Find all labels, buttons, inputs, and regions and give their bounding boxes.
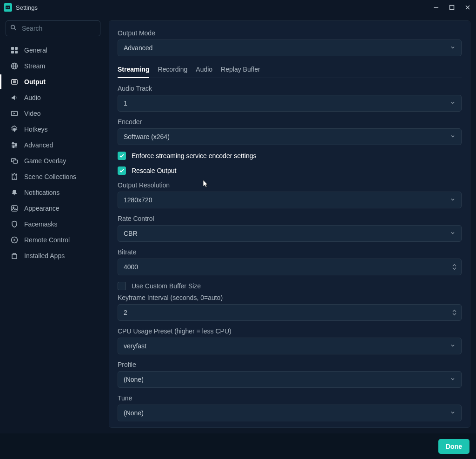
sidebar-item-label: Installed Apps [24, 252, 65, 259]
sidebar-item-label: Hotkeys [24, 126, 48, 133]
bitrate-value: 4000 [124, 263, 138, 271]
window-title: Settings [16, 4, 38, 11]
collections-icon [10, 173, 19, 181]
keyframe-value: 2 [124, 309, 127, 316]
chevron-down-icon [450, 133, 456, 140]
tab-audio[interactable]: Audio [196, 63, 212, 78]
close-button[interactable] [463, 3, 472, 12]
svg-point-34 [13, 207, 14, 208]
custom-buffer-label: Use Custom Buffer Size [132, 282, 201, 290]
svg-rect-4 [450, 6, 454, 10]
tune-select[interactable]: (None) [118, 405, 462, 421]
enforce-checkbox[interactable] [118, 152, 126, 160]
sidebar: General Stream Output Audio Video [0, 15, 106, 433]
chevron-down-icon [450, 196, 456, 204]
sliders-icon [10, 141, 19, 149]
apps-icon [10, 252, 19, 260]
globe-icon [10, 62, 19, 70]
rescale-checkbox[interactable] [118, 166, 126, 175]
output-resolution-value: 1280x720 [124, 196, 152, 204]
sidebar-item-audio[interactable]: Audio [6, 90, 100, 105]
sidebar-item-stream[interactable]: Stream [6, 59, 100, 73]
chevron-down-icon [450, 100, 456, 107]
svg-rect-0 [6, 6, 10, 9]
sidebar-item-installed-apps[interactable]: Installed Apps [6, 248, 100, 263]
profile-select[interactable]: (None) [118, 371, 462, 388]
svg-point-31 [14, 178, 15, 179]
sidebar-item-label: Remote Control [24, 236, 70, 244]
svg-rect-29 [13, 160, 18, 163]
bitrate-input[interactable]: 4000 [118, 259, 462, 275]
svg-rect-10 [15, 47, 18, 50]
enforce-row: Enforce streaming service encoder settin… [118, 152, 462, 160]
tab-streaming[interactable]: Streaming [118, 63, 149, 78]
bottom-bar: Done [0, 433, 476, 459]
output-mode-select[interactable]: Advanced [118, 40, 462, 56]
audio-track-value: 1 [124, 100, 127, 107]
tab-recording[interactable]: Recording [158, 63, 187, 78]
minimize-button[interactable] [431, 3, 441, 12]
sidebar-item-label: Scene Collections [24, 173, 76, 180]
sidebar-item-hotkeys[interactable]: Hotkeys [6, 122, 100, 137]
sidebar-item-facemasks[interactable]: Facemasks [6, 217, 100, 232]
shield-icon [10, 220, 19, 228]
chevron-down-icon [450, 230, 456, 237]
chevron-down-icon [450, 342, 456, 350]
chevron-down-icon [450, 44, 456, 52]
profile-label: Profile [118, 361, 462, 368]
done-button[interactable]: Done [438, 439, 469, 454]
svg-point-26 [15, 145, 17, 146]
svg-point-1 [7, 7, 7, 8]
cpu-preset-select[interactable]: veryfast [118, 338, 462, 354]
output-resolution-select[interactable]: 1280x720 [118, 192, 462, 208]
spinner-icon[interactable] [452, 264, 456, 270]
sidebar-item-label: Facemasks [24, 220, 58, 228]
search-input[interactable] [6, 20, 100, 36]
sidebar-item-output[interactable]: Output [6, 74, 100, 89]
svg-point-21 [13, 128, 15, 130]
sidebar-item-remote-control[interactable]: Remote Control [6, 233, 100, 247]
gear-icon [10, 125, 19, 133]
bitrate-label: Bitrate [118, 248, 462, 256]
custom-buffer-checkbox[interactable] [118, 282, 126, 290]
sidebar-item-label: Advanced [24, 141, 53, 149]
sidebar-item-label: Stream [24, 62, 45, 70]
sidebar-item-advanced[interactable]: Advanced [6, 138, 100, 153]
sidebar-item-label: Audio [24, 94, 41, 101]
grid-icon [10, 46, 19, 54]
bell-icon [10, 188, 19, 197]
audio-track-label: Audio Track [118, 85, 462, 92]
sidebar-item-label: General [24, 47, 47, 54]
main-panel: Output Mode Advanced Streaming Recording… [109, 20, 470, 428]
rescale-row: Rescale Output [118, 166, 462, 175]
keyframe-label: Keyframe Interval (seconds, 0=auto) [118, 294, 462, 301]
svg-rect-11 [11, 51, 14, 53]
tab-replay-buffer[interactable]: Replay Buffer [221, 63, 260, 78]
spinner-icon[interactable] [452, 310, 456, 316]
sidebar-item-game-overlay[interactable]: Game Overlay [6, 153, 100, 168]
sidebar-item-scene-collections[interactable]: Scene Collections [6, 169, 100, 184]
chevron-down-icon [450, 409, 456, 417]
svg-point-27 [13, 146, 14, 148]
titlebar: Settings [0, 0, 476, 15]
sidebar-item-video[interactable]: Video [6, 106, 100, 121]
audio-track-select[interactable]: 1 [118, 95, 462, 112]
appearance-icon [10, 204, 19, 213]
keyframe-input[interactable]: 2 [118, 304, 462, 321]
sidebar-item-appearance[interactable]: Appearance [6, 201, 100, 216]
output-mode-label: Output Mode [118, 29, 462, 37]
svg-point-30 [12, 178, 13, 179]
rate-control-label: Rate Control [118, 215, 462, 222]
cpu-preset-label: CPU Usage Preset (higher = less CPU) [118, 327, 462, 335]
sidebar-item-general[interactable]: General [6, 43, 100, 58]
search-icon [10, 25, 17, 33]
svg-point-7 [11, 25, 15, 29]
maximize-button[interactable] [447, 3, 456, 12]
svg-line-8 [14, 28, 16, 30]
tune-label: Tune [118, 394, 462, 402]
sidebar-item-notifications[interactable]: Notifications [6, 185, 100, 200]
svg-rect-9 [11, 47, 14, 50]
rate-control-select[interactable]: CBR [118, 225, 462, 242]
enforce-label: Enforce streaming service encoder settin… [132, 152, 256, 160]
encoder-select[interactable]: Software (x264) [118, 128, 462, 145]
